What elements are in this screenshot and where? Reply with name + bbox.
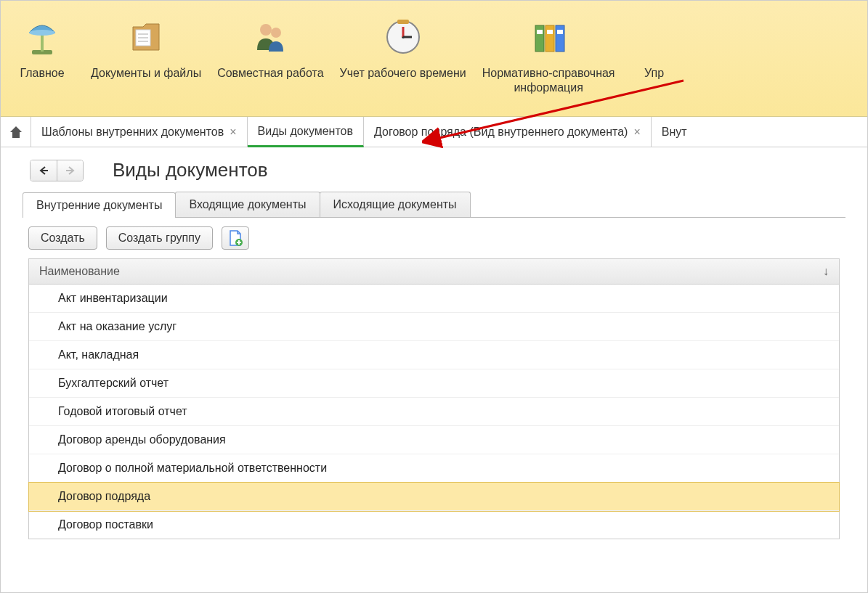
sort-arrow-icon: ↓ — [823, 265, 829, 278]
ribbon-label: Документы и файлы — [91, 66, 201, 81]
toolbar: Создать Создать группу — [1, 218, 867, 258]
create-button[interactable]: Создать — [28, 226, 97, 250]
page-header: Виды документов — [1, 147, 867, 192]
forward-button[interactable] — [57, 160, 83, 181]
tab-cut[interactable]: Внут — [652, 117, 697, 147]
inner-tab-label: Внутренние документы — [36, 199, 162, 211]
close-icon[interactable]: × — [230, 126, 236, 139]
table-row[interactable]: Акт инвентаризации — [29, 285, 839, 313]
ribbon-label: Учет рабочего времени — [340, 66, 466, 81]
table-row[interactable]: Акт на оказание услуг — [29, 313, 839, 341]
arrow-right-icon — [65, 165, 76, 176]
tab-label: Внут — [662, 126, 687, 139]
svg-rect-16 — [556, 25, 564, 52]
lamp-icon — [19, 14, 65, 60]
svg-rect-17 — [537, 30, 543, 34]
tab-contract[interactable]: Договор подряда (Вид внутреннего докумен… — [364, 117, 652, 147]
arrow-left-icon — [38, 165, 49, 176]
column-header: Наименование — [39, 265, 120, 278]
window-tabs: Шаблоны внутренних документов × Виды док… — [1, 117, 867, 147]
svg-rect-13 — [397, 20, 409, 24]
inner-tab-label: Исходящие документы — [333, 198, 457, 210]
folder-icon — [123, 14, 169, 60]
tab-label: Шаблоны внутренних документов — [41, 126, 224, 139]
svg-point-7 — [260, 24, 272, 36]
table-row[interactable]: Договор о полной материальной ответствен… — [29, 454, 839, 483]
button-label: Создать — [41, 232, 85, 245]
svg-point-2 — [29, 30, 55, 36]
doc-types-table: Наименование ↓ Акт инвентаризацииАкт на … — [28, 258, 840, 539]
tab-templates[interactable]: Шаблоны внутренних документов × — [31, 117, 248, 147]
inner-tab-label: Входящие документы — [189, 198, 306, 210]
ribbon-item-docs[interactable]: Документы и файлы — [91, 14, 201, 81]
ribbon-item-time[interactable]: Учет рабочего времени — [340, 14, 466, 81]
tab-label: Виды документов — [258, 125, 353, 138]
ribbon-item-reference[interactable]: Нормативно-справочная информация — [482, 14, 615, 95]
ribbon-label: Совместная работа — [217, 66, 323, 81]
table-header[interactable]: Наименование ↓ — [29, 259, 839, 285]
table-row[interactable]: Акт, накладная — [29, 341, 839, 369]
blank-icon — [631, 14, 678, 60]
svg-rect-19 — [557, 30, 563, 34]
table-row[interactable]: Договор аренды оборудования — [29, 426, 839, 454]
tab-doc-types[interactable]: Виды документов — [248, 117, 364, 147]
home-button[interactable] — [1, 117, 31, 147]
people-icon — [247, 14, 293, 60]
table-row[interactable]: Договор подряда — [29, 483, 839, 511]
back-button[interactable] — [31, 160, 57, 181]
svg-rect-18 — [547, 30, 553, 34]
page-title: Виды документов — [113, 159, 268, 181]
inner-tab-incoming[interactable]: Входящие документы — [175, 192, 320, 217]
inner-tabs: Внутренние документы Входящие документы … — [23, 192, 845, 218]
nav-buttons — [30, 160, 84, 181]
svg-point-8 — [271, 28, 281, 38]
close-icon[interactable]: × — [633, 126, 640, 139]
ribbon-item-cut[interactable]: Упр — [631, 14, 678, 81]
tab-label: Договор подряда (Вид внутреннего докумен… — [374, 126, 628, 139]
ribbon: Главное Документы и файлы — [1, 1, 867, 117]
table-row[interactable]: Годовой итоговый отчет — [29, 398, 839, 426]
clock-icon — [380, 14, 426, 60]
create-from-file-button[interactable] — [222, 226, 249, 250]
create-group-button[interactable]: Создать группу — [106, 226, 213, 250]
table-row[interactable]: Бухгалтерский отчет — [29, 369, 839, 398]
binders-icon — [525, 14, 572, 60]
ribbon-item-collab[interactable]: Совместная работа — [217, 14, 323, 81]
table-row[interactable]: Договор поставки — [29, 511, 839, 539]
ribbon-item-main[interactable]: Главное — [9, 14, 75, 81]
ribbon-label: Главное — [20, 66, 64, 81]
inner-tab-internal[interactable]: Внутренние документы — [23, 192, 176, 218]
file-plus-icon — [228, 230, 243, 246]
svg-rect-14 — [535, 25, 544, 52]
ribbon-label: Нормативно-справочная информация — [482, 66, 615, 95]
ribbon-label: Упр — [644, 66, 664, 81]
inner-tab-outgoing[interactable]: Исходящие документы — [320, 192, 471, 217]
svg-rect-15 — [545, 25, 554, 52]
button-label: Создать группу — [118, 232, 200, 245]
home-icon — [9, 125, 23, 139]
